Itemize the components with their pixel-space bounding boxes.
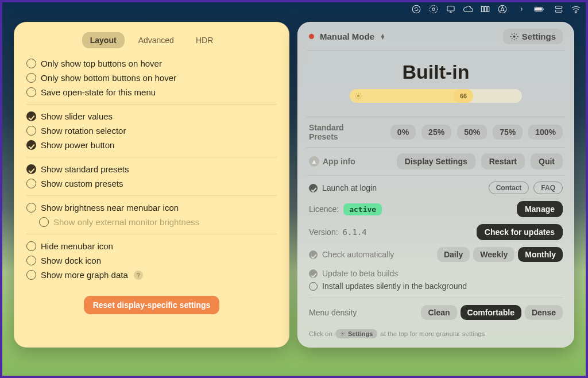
checkbox-off-icon xyxy=(26,179,36,188)
settings-button[interactable]: Settings xyxy=(503,29,563,44)
preset-button[interactable]: 100% xyxy=(528,125,563,140)
svg-rect-10 xyxy=(543,9,544,10)
option-toggle[interactable]: Show dock icon xyxy=(26,253,277,268)
option-toggle[interactable]: Show power button xyxy=(26,138,277,152)
licence-status: active xyxy=(343,203,382,215)
display-control-panel: Manual Mode ▲▼ Settings Built-in 66 Stan… xyxy=(297,22,574,348)
menu-density-label: Menu density xyxy=(309,308,357,317)
interval-option[interactable]: Weekly xyxy=(473,247,514,262)
tab-hdr[interactable]: HDR xyxy=(188,32,221,48)
density-option[interactable]: Comfortable xyxy=(461,305,521,320)
manage-licence-button[interactable]: Manage xyxy=(517,201,563,217)
tab-advanced[interactable]: Advanced xyxy=(130,32,182,48)
option-label: Show slider values xyxy=(41,111,113,121)
checkbox-off-icon xyxy=(39,217,49,227)
brightness-slider[interactable]: 66 xyxy=(350,89,522,103)
tab-layout[interactable]: Layout xyxy=(82,32,125,48)
preset-button[interactable]: 50% xyxy=(457,125,487,140)
checkbox-off-icon xyxy=(26,256,36,265)
option-toggle[interactable]: Show custom presets xyxy=(26,176,277,191)
control-center-icon[interactable] xyxy=(554,4,564,14)
option-label: Show dock icon xyxy=(41,256,101,265)
svg-rect-9 xyxy=(535,8,542,11)
svg-rect-11 xyxy=(555,6,562,9)
checkbox-on-icon xyxy=(309,184,318,192)
layout-settings-panel: Layout Advanced HDR Only show top button… xyxy=(14,22,289,348)
svg-rect-12 xyxy=(555,10,562,13)
svg-rect-5 xyxy=(485,7,487,12)
preset-button[interactable]: 0% xyxy=(390,125,416,140)
display-icon[interactable] xyxy=(446,4,456,14)
svg-point-16 xyxy=(342,333,344,335)
recording-indicator-icon xyxy=(309,34,314,39)
volume-icon[interactable] xyxy=(514,4,525,14)
interval-option[interactable]: Monthly xyxy=(518,247,563,262)
svg-rect-4 xyxy=(481,7,483,12)
licence-label: Licence: xyxy=(309,205,339,214)
option-toggle[interactable]: Show more graph data? xyxy=(26,268,277,282)
option-label: Only show bottom buttons on hover xyxy=(41,73,176,83)
restart-button[interactable]: Restart xyxy=(481,153,525,169)
svg-point-2 xyxy=(432,8,435,11)
option-label: Show standard presets xyxy=(41,164,129,174)
check-updates-button[interactable]: Check for updates xyxy=(477,224,563,240)
launch-at-login-toggle[interactable]: Launch at login xyxy=(309,183,377,192)
updates-icon[interactable] xyxy=(411,4,421,14)
checkbox-off-icon xyxy=(26,87,36,97)
checkbox-on-icon xyxy=(309,269,318,278)
svg-point-13 xyxy=(575,12,577,13)
svg-point-0 xyxy=(412,5,420,13)
check-automatically-toggle[interactable]: Check automatically xyxy=(309,250,394,259)
option-label: Show brightness near menubar icon xyxy=(41,203,179,213)
svg-point-1 xyxy=(430,5,438,13)
mode-label: Manual Mode xyxy=(320,32,374,41)
checkbox-on-icon xyxy=(309,250,318,259)
svg-rect-6 xyxy=(488,7,489,12)
beta-builds-toggle[interactable]: Update to beta builds xyxy=(309,269,563,278)
option-toggle[interactable]: Show brightness near menubar icon xyxy=(26,200,277,215)
silent-updates-toggle[interactable]: Install updates silently in the backgrou… xyxy=(309,281,563,291)
density-option[interactable]: Clean xyxy=(421,305,457,320)
display-name: Built-in xyxy=(307,61,565,83)
option-label: Show rotation selector xyxy=(41,126,126,136)
display-settings-button[interactable]: Display Settings xyxy=(397,153,475,169)
option-toggle[interactable]: Show slider values xyxy=(26,109,277,124)
app-info-toggle[interactable]: ▲ App info xyxy=(309,156,355,167)
option-toggle[interactable]: Save open-state for this menu xyxy=(26,85,277,99)
interval-option[interactable]: Daily xyxy=(437,247,470,262)
settings-hint: Click on Settings at the top for more gr… xyxy=(309,329,563,338)
brightness-value[interactable]: 66 xyxy=(454,89,473,103)
brightness-icon xyxy=(354,92,362,100)
quit-button[interactable]: Quit xyxy=(531,153,563,169)
option-toggle[interactable]: Show rotation selector xyxy=(26,124,277,138)
disks-icon[interactable] xyxy=(480,4,490,14)
checkbox-off-icon xyxy=(26,241,36,251)
option-toggle[interactable]: Only show bottom buttons on hover xyxy=(26,71,277,85)
location-icon[interactable] xyxy=(497,4,508,14)
cloud-icon[interactable] xyxy=(463,4,473,14)
density-option[interactable]: Dense xyxy=(525,305,563,320)
reset-display-settings-button[interactable]: Reset display-specific settings xyxy=(84,296,220,314)
preset-button[interactable]: 25% xyxy=(421,125,451,140)
mode-selector[interactable]: Manual Mode ▲▼ xyxy=(309,32,385,41)
standard-presets: 0%25%50%75%100% xyxy=(390,125,563,140)
option-toggle[interactable]: Show standard presets xyxy=(26,162,277,176)
menu-density-segment: CleanComfortableDense xyxy=(421,305,563,320)
option-label: Only show top buttons on hover xyxy=(41,59,162,68)
faq-link[interactable]: FAQ xyxy=(533,182,563,194)
wifi-icon[interactable] xyxy=(571,4,581,14)
standard-presets-label: StandardPresets xyxy=(309,123,344,141)
gear-icon xyxy=(510,32,519,41)
checkbox-on-icon xyxy=(26,140,36,150)
option-toggle[interactable]: Only show top buttons on hover xyxy=(26,56,277,71)
preferences-icon[interactable] xyxy=(428,4,439,14)
preset-button[interactable]: 75% xyxy=(493,125,523,140)
option-toggle[interactable]: Hide menubar icon xyxy=(26,239,277,253)
battery-icon[interactable] xyxy=(532,4,547,14)
contact-link[interactable]: Contact xyxy=(489,182,529,194)
option-toggle[interactable]: Show only external monitor brightness xyxy=(39,215,277,229)
version-label: Version: xyxy=(309,227,338,237)
help-icon[interactable]: ? xyxy=(134,271,143,280)
checkbox-off-icon xyxy=(309,282,318,291)
option-label: Save open-state for this menu xyxy=(41,87,156,97)
